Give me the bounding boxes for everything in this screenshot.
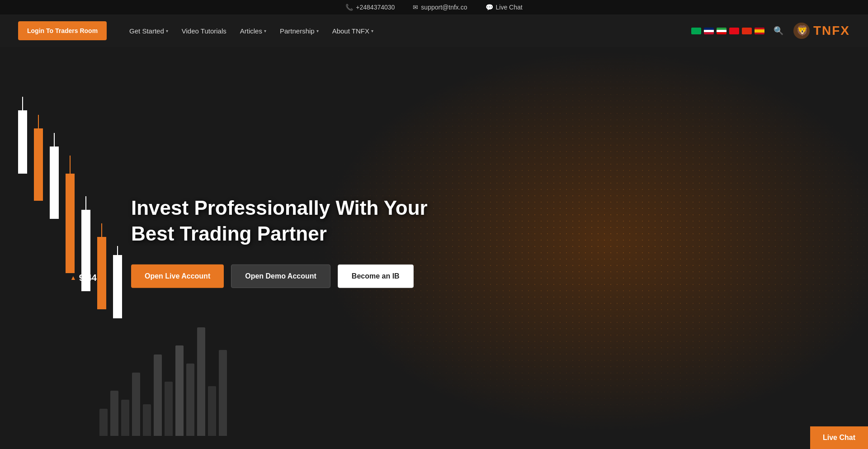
price-indicator: ▲ 9.44: [70, 273, 97, 283]
logo-icon: 🦁: [793, 22, 811, 40]
open-demo-account-button[interactable]: Open Demo Account: [231, 265, 330, 288]
bar-1: [99, 409, 108, 436]
bar-2: [110, 391, 118, 436]
bar-4: [132, 373, 140, 436]
bar-12: [219, 350, 227, 436]
chat-icon-top: 💬: [486, 4, 493, 11]
chevron-get-started: ▾: [166, 28, 168, 33]
svg-rect-7: [34, 128, 43, 201]
flag-arabic[interactable]: [691, 28, 701, 34]
svg-rect-19: [97, 237, 106, 309]
livechat-top-link[interactable]: Live Chat: [496, 4, 523, 11]
bar-10: [197, 327, 205, 436]
phone-item[interactable]: 📞 +2484374030: [345, 4, 395, 11]
nav-links: Get Started ▾ Video Tutorials Articles ▾…: [129, 27, 691, 35]
svg-rect-13: [66, 174, 75, 273]
navbar: Login To Traders Room Get Started ▾ Vide…: [0, 14, 868, 47]
nav-video-tutorials[interactable]: Video Tutorials: [182, 27, 226, 35]
search-button[interactable]: 🔍: [774, 26, 783, 36]
nav-articles[interactable]: Articles ▾: [240, 27, 266, 35]
logo-text: TNFX: [813, 24, 850, 38]
email-item[interactable]: ✉ support@tnfx.co: [413, 4, 467, 11]
bar-6: [154, 354, 162, 436]
nav-partnership[interactable]: Partnership ▾: [280, 27, 319, 35]
email-link[interactable]: support@tnfx.co: [421, 4, 467, 11]
become-ib-button[interactable]: Become an IB: [338, 265, 414, 288]
price-value: 9.44: [79, 273, 97, 283]
bar-11: [208, 386, 216, 436]
hero-buttons: Open Live Account Open Demo Account Beco…: [131, 265, 428, 288]
bar-7: [165, 382, 173, 436]
price-arrow-icon: ▲: [70, 274, 76, 281]
bar-5: [143, 404, 151, 436]
email-icon: ✉: [413, 4, 418, 11]
chevron-partnership: ▾: [316, 28, 319, 33]
svg-rect-10: [50, 147, 59, 219]
flag-english[interactable]: [704, 28, 714, 34]
login-button[interactable]: Login To Traders Room: [18, 21, 107, 40]
open-live-account-button[interactable]: Open Live Account: [131, 265, 224, 288]
live-chat-button[interactable]: Live Chat: [810, 426, 868, 449]
livechat-top-item[interactable]: 💬 Live Chat: [486, 4, 523, 11]
chevron-articles: ▾: [264, 28, 266, 33]
nav-get-started[interactable]: Get Started ▾: [129, 27, 168, 35]
phone-link[interactable]: +2484374030: [356, 4, 395, 11]
flag-chinese[interactable]: [742, 28, 752, 34]
hero-content: Invest Professionally With Your Best Tra…: [131, 195, 428, 288]
chevron-about: ▾: [371, 28, 373, 33]
nav-about[interactable]: About TNFX ▾: [332, 27, 373, 35]
flag-persian[interactable]: [717, 28, 726, 34]
language-flags[interactable]: [691, 28, 764, 34]
top-bar: 📞 +2484374030 ✉ support@tnfx.co 💬 Live C…: [0, 0, 868, 14]
bar-chart-area: [90, 300, 868, 436]
bar-9: [186, 364, 194, 436]
svg-rect-4: [18, 110, 27, 174]
logo: 🦁 TNFX: [793, 22, 850, 40]
hero-title: Invest Professionally With Your Best Tra…: [131, 195, 428, 246]
bar-3: [121, 400, 129, 436]
bar-8: [175, 345, 184, 436]
flag-spanish[interactable]: [755, 28, 764, 34]
svg-text:🦁: 🦁: [796, 24, 809, 37]
hero-section: ▲ 9.44 Invest Professionally With Your B…: [0, 47, 868, 436]
phone-icon: 📞: [345, 4, 353, 11]
flag-turkish[interactable]: [729, 28, 739, 34]
